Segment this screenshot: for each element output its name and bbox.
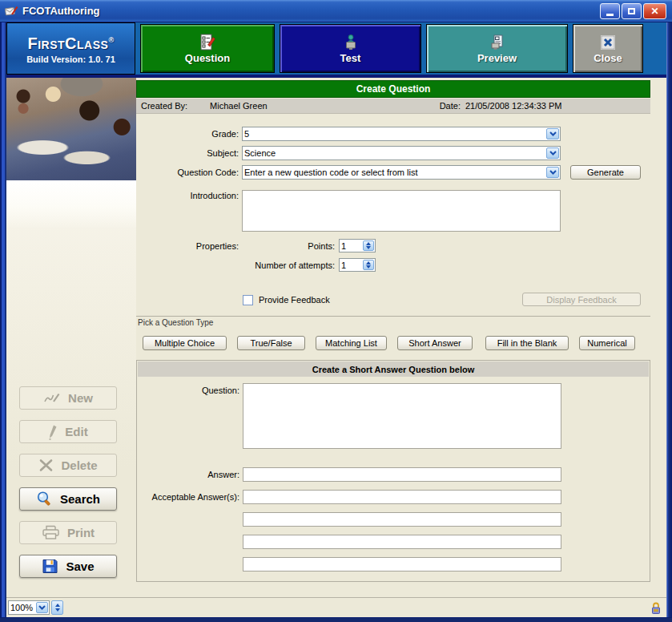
brand-panel: FirstClass® Build Version: 1.0. 71 xyxy=(6,22,135,75)
short-answer-groupbox: Create a Short Answer Question below Que… xyxy=(136,360,650,582)
generate-button[interactable]: Generate xyxy=(570,165,641,180)
titlebar: FCOTAuthoring ✕ xyxy=(0,0,672,22)
spin-down-icon xyxy=(366,246,371,249)
spin-down-icon xyxy=(55,608,60,612)
search-button[interactable]: Search xyxy=(19,487,117,511)
introduction-textarea[interactable] xyxy=(243,191,560,231)
points-label: Points: xyxy=(232,241,335,251)
spin-up-icon xyxy=(366,261,371,265)
zoom-combobox[interactable] xyxy=(8,600,50,615)
points-spin-buttons[interactable] xyxy=(363,240,374,251)
fill-in-the-blank-button[interactable]: Fill in the Blank xyxy=(485,336,569,350)
grade-input[interactable] xyxy=(244,128,542,139)
numerical-button[interactable]: Numerical xyxy=(579,336,635,350)
provide-feedback-label: Provide Feedback xyxy=(259,295,330,305)
chevron-down-icon xyxy=(549,170,557,175)
question-type-section: Pick a Question Type xyxy=(136,316,650,325)
preview-tab-button[interactable]: Preview xyxy=(426,24,568,73)
pencil-icon xyxy=(48,424,58,440)
created-by-value: Michael Green xyxy=(210,101,268,111)
build-version: Build Version: 1.0. 71 xyxy=(7,55,135,64)
points-input[interactable] xyxy=(341,240,362,251)
x-mark-icon xyxy=(38,458,54,472)
question-code-dropdown-button[interactable] xyxy=(546,167,559,178)
close-window-button[interactable]: ✕ xyxy=(643,3,666,19)
short-answer-button[interactable]: Short Answer xyxy=(397,336,473,350)
delete-button-label: Delete xyxy=(61,458,97,472)
chevron-down-icon xyxy=(38,605,46,610)
grade-dropdown-button[interactable] xyxy=(546,128,559,139)
new-button-label: New xyxy=(68,391,93,405)
subject-dropdown-button[interactable] xyxy=(546,147,559,159)
true-false-button[interactable]: True/False xyxy=(237,336,305,350)
acceptable-answers-label: Acceptable Answer(s): xyxy=(137,492,239,502)
print-button-label: Print xyxy=(67,526,95,539)
subject-input[interactable] xyxy=(244,147,542,159)
print-button[interactable]: Print xyxy=(19,521,117,544)
delete-button[interactable]: Delete xyxy=(19,454,117,477)
question-textarea-box xyxy=(243,383,561,449)
edit-button-label: Edit xyxy=(65,425,87,438)
test-tab-button[interactable]: Test xyxy=(280,24,421,73)
registered-mark: ® xyxy=(108,36,114,44)
acceptable-answer-field-1 xyxy=(243,490,561,504)
question-tab-button[interactable]: Question xyxy=(140,24,275,73)
zoom-input[interactable] xyxy=(10,602,34,613)
created-by-label: Created By: xyxy=(141,101,187,111)
question-textarea[interactable] xyxy=(243,384,561,448)
window-title: FCOTAuthoring xyxy=(22,5,100,17)
short-answer-header: Create a Short Answer Question below xyxy=(138,361,649,377)
chevron-down-icon xyxy=(549,131,557,136)
chevron-down-icon xyxy=(549,151,557,156)
provide-feedback-checkbox[interactable] xyxy=(243,295,253,305)
date-value: 21/05/2008 12:34:33 PM xyxy=(465,101,561,111)
acceptable-answer-input-4[interactable] xyxy=(243,558,561,571)
question-code-input[interactable] xyxy=(244,167,542,178)
subject-combobox[interactable] xyxy=(242,146,561,160)
grade-combobox[interactable] xyxy=(242,127,561,141)
acceptable-answer-input-3[interactable] xyxy=(243,535,561,548)
points-spinner xyxy=(339,239,376,252)
top-toolbar: FirstClass® Build Version: 1.0. 71 Quest… xyxy=(6,22,666,78)
close-box-icon xyxy=(599,34,617,51)
answer-field xyxy=(243,467,561,482)
zoom-spin-buttons[interactable] xyxy=(51,600,63,615)
subject-label: Subject: xyxy=(136,148,239,158)
main-area: Create Question Created By: Michael Gree… xyxy=(136,78,666,597)
introduction-label: Introduction: xyxy=(136,191,239,200)
question-code-label: Question Code: xyxy=(136,168,239,177)
close-tab-button[interactable]: Close xyxy=(573,24,643,73)
document-monitor-icon xyxy=(489,34,506,51)
acceptable-answer-input-2[interactable] xyxy=(243,513,561,526)
app-icon xyxy=(5,4,18,18)
printer-icon xyxy=(42,525,60,540)
zoom-dropdown-button[interactable] xyxy=(36,602,48,613)
acceptable-answer-input-1[interactable] xyxy=(243,491,561,503)
save-button[interactable]: Save xyxy=(19,555,117,578)
display-feedback-button[interactable]: Display Feedback xyxy=(522,293,641,306)
acceptable-answer-field-4 xyxy=(243,557,561,572)
window-frame-bottom xyxy=(0,617,672,622)
window-frame-right xyxy=(666,22,672,622)
answer-input[interactable] xyxy=(243,468,561,481)
lock-icon xyxy=(650,601,662,615)
attempts-input[interactable] xyxy=(341,260,362,270)
matching-list-button[interactable]: Matching List xyxy=(316,336,387,350)
minimize-button[interactable] xyxy=(600,3,620,19)
multiple-choice-button[interactable]: Multiple Choice xyxy=(143,336,227,350)
new-button[interactable]: New xyxy=(19,386,117,410)
question-tab-label: Question xyxy=(185,52,230,64)
test-tab-label: Test xyxy=(340,52,361,64)
maximize-icon xyxy=(628,8,635,14)
statusbar xyxy=(6,597,666,617)
question-checklist-icon xyxy=(199,34,216,51)
save-button-label: Save xyxy=(66,559,94,573)
search-button-label: Search xyxy=(60,492,100,506)
photo-fade xyxy=(6,180,136,228)
maximize-button[interactable] xyxy=(622,3,642,19)
edit-button[interactable]: Edit xyxy=(19,420,117,443)
window-frame-left xyxy=(0,22,6,622)
attempts-spin-buttons[interactable] xyxy=(363,260,374,270)
question-code-combobox[interactable] xyxy=(242,165,561,180)
spin-up-icon xyxy=(366,242,371,245)
